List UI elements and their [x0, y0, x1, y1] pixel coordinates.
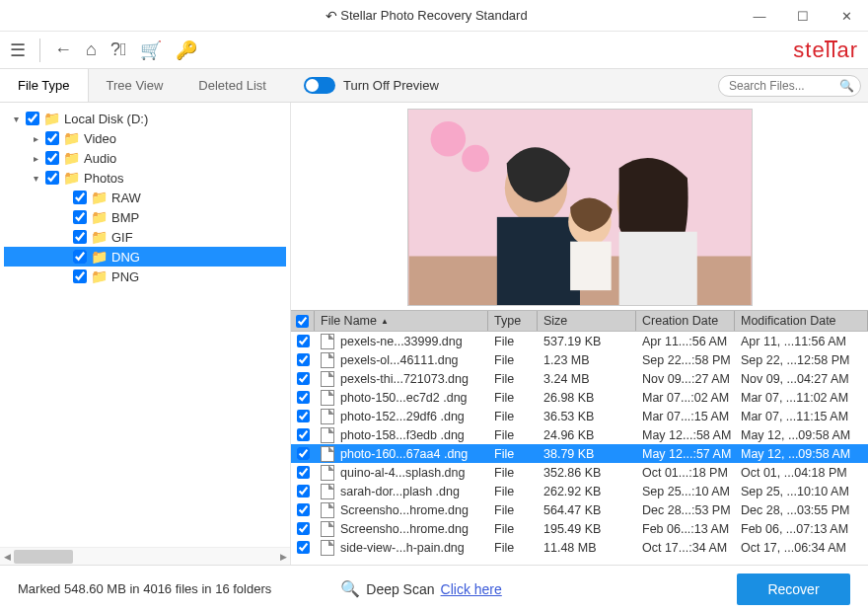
row-checkbox[interactable]: [297, 466, 310, 479]
creation-date: Sep 22...:58 PM: [636, 353, 735, 367]
tree-raw[interactable]: 📁RAW: [4, 188, 286, 207]
preview-toggle[interactable]: [304, 77, 335, 94]
file-type: File: [488, 428, 538, 442]
table-row[interactable]: photo-150...ec7d2 .dngFile26.98 KBMar 07…: [291, 388, 868, 407]
tree-dng[interactable]: 📁DNG: [4, 247, 286, 267]
table-row[interactable]: photo-152...29df6 .dngFile36.53 KBMar 07…: [291, 407, 868, 425]
tree-checkbox[interactable]: [26, 112, 39, 125]
modification-date: Apr 11, ...11:56 AM: [735, 335, 868, 348]
tree-gif[interactable]: 📁GIF: [4, 227, 286, 247]
recover-button[interactable]: Recover: [737, 574, 850, 605]
file-type: File: [488, 391, 538, 405]
tree-bmp[interactable]: 📁BMP: [4, 207, 286, 227]
tree-root[interactable]: ▾📁Local Disk (D:): [4, 109, 286, 128]
file-type: File: [488, 541, 538, 555]
table-row[interactable]: pexels-thi...721073.dngFile3.24 MBNov 09…: [291, 369, 868, 388]
file-type: File: [488, 485, 538, 498]
file-icon: [321, 521, 334, 537]
row-checkbox[interactable]: [297, 335, 310, 347]
select-all-checkbox[interactable]: [296, 315, 309, 328]
menu-icon[interactable]: ☰: [10, 39, 26, 61]
tree-checkbox[interactable]: [45, 131, 59, 145]
cart-icon[interactable]: 🛒: [140, 39, 162, 61]
tree-audio[interactable]: ▸📁Audio: [4, 148, 286, 168]
tree-video[interactable]: ▸📁Video: [4, 128, 286, 148]
creation-date: Oct 01...:18 PM: [636, 466, 735, 480]
home-icon[interactable]: ⌂: [86, 39, 97, 60]
header-type[interactable]: Type: [488, 311, 538, 331]
minimize-button[interactable]: —: [738, 0, 781, 32]
tab-tree-view[interactable]: Tree View: [89, 69, 181, 102]
back-icon[interactable]: ←: [54, 39, 72, 60]
creation-date: Oct 17...:34 AM: [636, 541, 735, 555]
file-name: photo-160...67aa4 .dng: [340, 447, 468, 461]
header-cdate[interactable]: Creation Date: [636, 311, 735, 331]
row-checkbox[interactable]: [297, 541, 310, 554]
tree-checkbox[interactable]: [73, 230, 87, 244]
table-row[interactable]: pexels-ne...33999.dngFile537.19 KBApr 11…: [291, 332, 868, 350]
tree-checkbox[interactable]: [45, 151, 59, 165]
file-name: photo-152...29df6 .dng: [340, 410, 465, 423]
help-icon[interactable]: ?⃝: [110, 39, 127, 60]
marked-status: Marked 548.60 MB in 4016 files in 16 fol…: [18, 581, 271, 596]
file-type: File: [488, 410, 538, 423]
tree-checkbox[interactable]: [73, 191, 87, 204]
table-row[interactable]: side-view-...h-pain.dngFile11.48 MBOct 1…: [291, 538, 868, 557]
deep-scan-link[interactable]: Click here: [441, 581, 502, 597]
row-checkbox[interactable]: [297, 372, 310, 385]
close-button[interactable]: ✕: [825, 0, 868, 32]
file-type: File: [488, 466, 538, 480]
row-checkbox[interactable]: [297, 485, 310, 497]
row-checkbox[interactable]: [297, 447, 310, 460]
modification-date: Oct 17, ...06:34 AM: [735, 541, 868, 555]
tree-photos[interactable]: ▾📁Photos: [4, 168, 286, 188]
svg-rect-9: [618, 232, 696, 305]
maximize-button[interactable]: ☐: [781, 0, 825, 32]
tree-png[interactable]: 📁PNG: [4, 267, 286, 286]
file-icon: [321, 334, 334, 349]
table-row[interactable]: photo-158...f3edb .dngFile24.96 KBMay 12…: [291, 425, 868, 444]
tree-checkbox[interactable]: [73, 269, 87, 283]
file-name: side-view-...h-pain.dng: [340, 541, 465, 555]
tree-checkbox[interactable]: [73, 250, 87, 264]
row-checkbox[interactable]: [297, 391, 310, 404]
table-row[interactable]: Screensho...hrome.dngFile195.49 KBFeb 06…: [291, 519, 868, 538]
tree-checkbox[interactable]: [45, 171, 59, 185]
app-title: Stellar Photo Recovery Standard: [340, 8, 527, 23]
file-type: File: [488, 447, 538, 461]
file-icon: [321, 502, 334, 518]
table-row[interactable]: pexels-ol...46111.dngFile1.23 MBSep 22..…: [291, 350, 868, 369]
file-icon: [321, 427, 334, 443]
table-row[interactable]: Screensho...hrome.dngFile564.47 KBDec 28…: [291, 500, 868, 519]
brand-logo: stellar: [793, 38, 858, 63]
header-filename[interactable]: File Name▲: [315, 311, 488, 331]
file-size: 38.79 KB: [538, 447, 636, 461]
tab-deleted-list[interactable]: Deleted List: [181, 69, 284, 102]
modification-date: May 12, ...09:58 AM: [735, 447, 868, 461]
tree-checkbox[interactable]: [73, 210, 87, 224]
row-checkbox[interactable]: [297, 353, 310, 366]
table-row[interactable]: photo-160...67aa4 .dngFile38.79 KBMay 12…: [291, 444, 868, 463]
table-row[interactable]: sarah-dor...plash .dngFile262.92 KBSep 2…: [291, 482, 868, 500]
modification-date: Sep 22, ...12:58 PM: [735, 353, 868, 367]
row-checkbox[interactable]: [297, 503, 310, 516]
file-name: pexels-thi...721073.dng: [340, 372, 469, 386]
file-size: 26.98 KB: [538, 391, 636, 405]
row-checkbox[interactable]: [297, 522, 310, 535]
grid-header: File Name▲ Type Size Creation Date Modif…: [291, 310, 868, 332]
grid-body[interactable]: pexels-ne...33999.dngFile537.19 KBApr 11…: [291, 332, 868, 565]
header-mdate[interactable]: Modification Date: [735, 311, 868, 331]
modification-date: Mar 07, ...11:15 AM: [735, 410, 868, 423]
header-size[interactable]: Size: [538, 311, 636, 331]
modification-date: Feb 06, ...07:13 AM: [735, 522, 868, 536]
file-name: Screensho...hrome.dng: [340, 503, 469, 517]
file-size: 1.23 MB: [538, 353, 636, 367]
search-icon[interactable]: 🔍: [839, 79, 854, 93]
undo-icon[interactable]: ↶: [326, 8, 337, 24]
row-checkbox[interactable]: [297, 410, 310, 422]
table-row[interactable]: quino-al-4...splash.dngFile352.86 KBOct …: [291, 463, 868, 482]
tab-file-type[interactable]: File Type: [0, 69, 89, 102]
sidebar-hscrollbar[interactable]: ◀▶: [0, 547, 290, 565]
row-checkbox[interactable]: [297, 428, 310, 441]
key-icon[interactable]: 🔑: [176, 39, 197, 61]
